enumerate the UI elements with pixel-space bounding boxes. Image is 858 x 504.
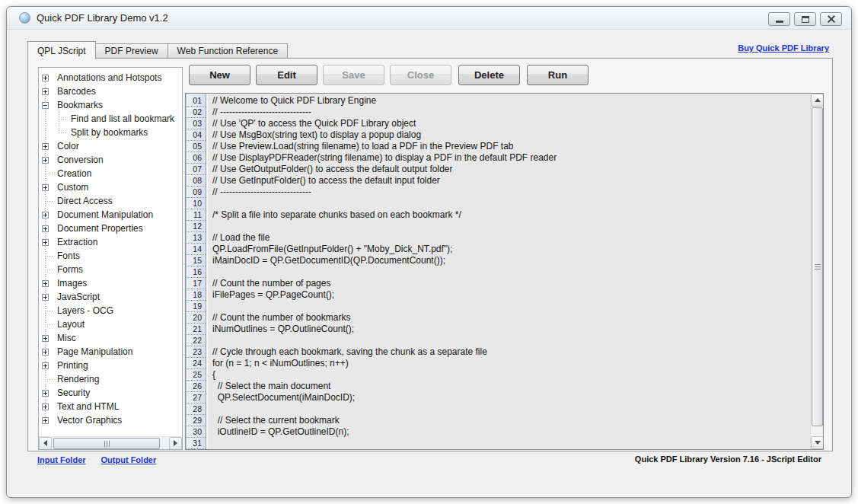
tree-connector [59,119,68,120]
plus-box-icon[interactable] [42,294,49,301]
close-icon [827,14,836,24]
code-line: // Use 'QP' to access the Quick PDF Libr… [212,118,810,129]
delete-button[interactable]: Delete [458,65,520,85]
code-line: // Select the current bookmark [212,415,810,426]
editor-vertical-scrollbar[interactable] [810,94,823,449]
sidebar-item-forms[interactable]: Forms [39,263,182,276]
plus-box-icon[interactable] [42,390,49,397]
edit-button[interactable]: Edit [256,65,317,85]
code-line: QP.SelectDocument(iMainDocID); [212,392,810,404]
sidebar-item-label: Color [57,141,79,152]
minimize-button[interactable] [768,12,790,26]
sidebar-item-security[interactable]: Security [39,386,182,400]
sidebar-item-creation[interactable]: Creation [39,167,182,180]
line-number: 25 [187,369,206,381]
sidebar-item-label: Printing [57,360,88,371]
plus-box-icon[interactable] [42,75,49,81]
plus-box-icon[interactable] [42,404,49,410]
sidebar-item-document-manipulation[interactable]: Document Manipulation [39,208,182,222]
maximize-button[interactable] [794,12,816,26]
new-button[interactable]: New [189,65,250,85]
minus-box-icon[interactable] [42,102,49,109]
tree-scrollbar-thumb[interactable] [53,438,160,449]
code-text-area[interactable]: // Welcome to Quick PDF Library Engine//… [206,94,810,449]
sidebar-item-conversion[interactable]: Conversion [39,153,182,167]
code-line: // Use GetOutputFolder() to access the d… [212,164,810,175]
line-number: 01 [187,95,206,107]
line-number: 07 [187,164,206,175]
sidebar-item-text-and-html[interactable]: Text and HTML [39,400,182,413]
line-number: 08 [187,175,206,187]
plus-box-icon[interactable] [42,88,49,95]
close-button[interactable] [820,12,842,26]
sidebar-item-label: Misc [57,333,76,343]
sidebar-item-layout[interactable]: Layout [39,317,182,331]
code-line [212,266,810,278]
plus-box-icon[interactable] [42,157,49,164]
plus-box-icon[interactable] [42,280,49,287]
line-number: 02 [187,107,206,118]
run-button[interactable]: Run [527,65,588,85]
tab-qpl-jscript[interactable]: QPL JScript [27,41,96,59]
plus-box-icon[interactable] [42,335,49,342]
tree-connector [59,132,68,133]
plus-box-icon[interactable] [42,225,49,232]
sidebar-item-label: Layers - OCG [57,305,113,316]
plus-box-icon[interactable] [42,184,49,191]
plus-box-icon[interactable] [42,212,49,219]
sidebar-item-direct-access[interactable]: Direct Access [39,194,182,208]
plus-box-icon[interactable] [42,349,49,356]
code-line [212,198,810,209]
buy-link[interactable]: Buy Quick PDF Library [738,43,829,53]
code-editor[interactable]: 0102030405060708091011121314151617181920… [185,93,824,450]
titlebar[interactable]: Quick PDF Library Demo v1.2 [7,7,851,30]
sidebar-item-find-and-list-all-bookmark[interactable]: Find and list all bookmark [39,112,182,126]
sidebar-item-page-manipulation[interactable]: Page Manipulation [39,345,182,359]
plus-box-icon[interactable] [42,362,49,369]
scroll-left-button[interactable] [39,437,52,450]
line-number: 29 [187,415,206,426]
code-line: // Welcome to Quick PDF Library Engine [212,95,810,107]
line-number: 17 [187,278,206,289]
scroll-right-button[interactable] [169,437,182,450]
sidebar-item-label: Barcodes [57,86,96,97]
sidebar-item-printing[interactable]: Printing [39,359,182,372]
tab-pdf-preview[interactable]: PDF Preview [96,43,168,59]
scroll-down-button[interactable] [811,436,824,449]
sidebar-item-color[interactable]: Color [39,139,182,153]
code-line: { [212,369,810,381]
sidebar-item-vector-graphics[interactable]: Vector Graphics [39,413,182,427]
sidebar-item-extraction[interactable]: Extraction [39,235,182,249]
sidebar-item-barcodes[interactable]: Barcodes [39,85,182,98]
code-line: // Cycle through each bookmark, saving t… [212,346,810,358]
tree-horizontal-scrollbar[interactable] [39,436,182,449]
sidebar-item-javascript[interactable]: JavaScript [39,290,182,304]
plus-box-icon[interactable] [42,239,49,246]
sidebar-item-bookmarks[interactable]: Bookmarks [39,98,182,112]
tab-web-function-reference[interactable]: Web Function Reference [168,43,289,59]
sidebar-item-split-by-bookmarks[interactable]: Split by bookmarks [39,126,182,139]
sidebar-item-rendering[interactable]: Rendering [39,372,182,386]
sidebar-item-annotations-and-hotspots[interactable]: Annotations and Hotspots [39,71,182,85]
scroll-up-button[interactable] [811,94,824,107]
line-number: 28 [187,404,206,415]
line-number: 03 [187,118,206,129]
input-folder-link[interactable]: Input Folder [37,455,86,464]
plus-box-icon[interactable] [42,143,49,150]
sidebar-item-label: Layout [57,319,85,330]
sidebar-item-misc[interactable]: Misc [39,331,182,345]
sidebar-item-label: Conversion [57,155,104,165]
sidebar-item-label: Vector Graphics [57,415,122,426]
window-controls [768,12,842,26]
code-line: // ------------------------------ [212,187,810,198]
sidebar-item-layers-ocg[interactable]: Layers - OCG [39,304,182,317]
line-number: 30 [187,426,206,438]
editor-scrollbar-thumb[interactable] [812,107,823,426]
sidebar-item-custom[interactable]: Custom [39,180,182,194]
sidebar-item-fonts[interactable]: Fonts [39,249,182,263]
sidebar-item-document-properties[interactable]: Document Properties [39,222,182,235]
sidebar-item-images[interactable]: Images [39,276,182,290]
output-folder-link[interactable]: Output Folder [101,455,157,464]
plus-box-icon[interactable] [42,417,49,424]
category-tree[interactable]: Annotations and HotspotsBarcodesBookmark… [38,67,183,450]
